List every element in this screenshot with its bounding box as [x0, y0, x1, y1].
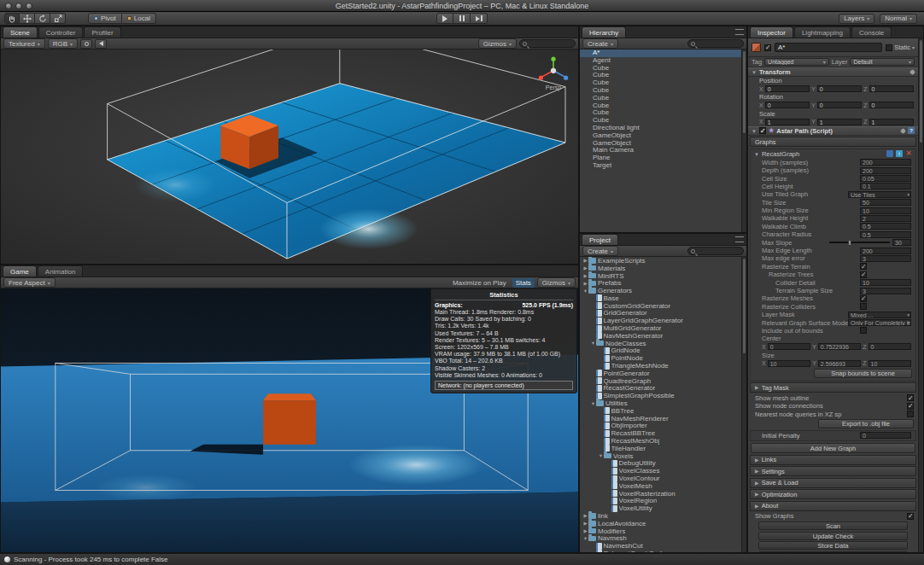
tag-mask-section[interactable]: Tag Mask — [750, 382, 916, 393]
toggle-row[interactable]: Show mesh outline — [748, 394, 918, 402]
foldout-icon[interactable] — [754, 150, 759, 158]
expander-icon[interactable] — [582, 281, 588, 286]
graph-gizmo-icon[interactable] — [886, 150, 893, 157]
project-item[interactable]: RelevantGraphSurface — [580, 550, 741, 552]
value-field[interactable]: 0.05 — [860, 175, 911, 182]
game-tab[interactable]: Animation — [38, 265, 84, 277]
value-field[interactable]: 3 — [860, 255, 911, 262]
section-header[interactable]: Save & Load — [750, 478, 916, 488]
slider-thumb[interactable] — [848, 240, 851, 246]
project-item[interactable]: NavMeshGenerator — [580, 332, 741, 340]
recast-setting-row[interactable]: Max edge error 3 — [751, 254, 915, 262]
setting-value[interactable]: 30 — [829, 239, 911, 246]
project-item[interactable]: PointGenerator — [580, 370, 741, 377]
initial-penalty-field[interactable]: 0 — [860, 432, 911, 439]
expander-icon[interactable] — [598, 453, 604, 458]
gear-icon[interactable] — [901, 129, 905, 133]
recast-setting-row[interactable]: Rasterize Trees — [751, 271, 915, 278]
recast-setting-row[interactable]: Terrain Sample Size 3 — [751, 287, 915, 294]
layers-dropdown[interactable]: Layers — [839, 14, 874, 24]
size-z-field[interactable]: 10 — [868, 360, 911, 367]
inspector-tab[interactable]: Console — [851, 26, 892, 38]
value-field[interactable]: 2 — [860, 215, 911, 222]
value-field[interactable]: 200 — [860, 248, 911, 254]
layer-dropdown[interactable]: Default — [850, 58, 915, 66]
foldout-icon[interactable] — [755, 489, 759, 499]
local-toggle[interactable]: Local — [122, 13, 156, 24]
setting-checkbox[interactable] — [860, 303, 867, 310]
project-item[interactable]: Base — [580, 294, 741, 302]
status-bar[interactable]: Scanning - Process took 245 ms to comple… — [0, 553, 924, 565]
layout-dropdown[interactable]: Normal — [880, 14, 917, 24]
center-y-field[interactable]: 0.7522936 — [818, 343, 861, 350]
toggle-row[interactable]: Show node connections — [748, 402, 918, 410]
toggle-checkbox[interactable] — [907, 411, 914, 417]
transform-header[interactable]: Transform — [748, 67, 918, 77]
project-item[interactable]: Utilities — [580, 399, 741, 407]
static-dropdown[interactable]: Static — [886, 44, 915, 51]
position-z-field[interactable]: 0 — [869, 85, 914, 92]
expander-icon[interactable] — [582, 273, 588, 278]
recast-setting-row[interactable]: Max Slope 30 — [751, 238, 915, 246]
step-button[interactable] — [471, 13, 488, 24]
zoom-window-button[interactable] — [26, 3, 32, 9]
help-icon[interactable] — [908, 127, 915, 134]
hierarchy-search-input[interactable] — [687, 39, 744, 48]
scrollbar-thumb[interactable] — [743, 51, 746, 133]
value-field[interactable]: 50 — [860, 199, 911, 206]
close-window-button[interactable] — [5, 3, 12, 9]
toggle-checkbox[interactable] — [907, 403, 914, 410]
setting-value[interactable]: 2 — [860, 215, 911, 222]
section-header[interactable]: Settings — [750, 466, 916, 476]
scene-gizmos-dropdown[interactable]: Gizmos — [478, 38, 517, 49]
project-item[interactable]: SimplestGraphPossible — [580, 392, 741, 399]
project-item[interactable]: GridGenerator — [580, 310, 741, 317]
expander-icon[interactable] — [582, 288, 588, 294]
astar-path-header[interactable]: Astar Path (Script) — [748, 126, 918, 136]
hierarchy-item[interactable]: Target — [580, 162, 741, 170]
project-item[interactable]: QuadtreeGraph — [580, 377, 741, 385]
foldout-icon[interactable] — [751, 68, 757, 76]
expander-icon[interactable] — [590, 341, 596, 346]
setting-checkbox[interactable] — [860, 327, 867, 334]
setting-value[interactable]: 0.5 — [860, 231, 911, 238]
foldout-icon[interactable] — [755, 466, 759, 476]
project-item[interactable]: ExampleScripts — [580, 257, 741, 265]
setting-value[interactable]: 3 — [860, 255, 911, 262]
audio-toggle[interactable] — [95, 39, 107, 49]
foldout-icon[interactable] — [755, 382, 759, 393]
expander-icon[interactable] — [582, 528, 588, 533]
graph-info-icon[interactable] — [896, 150, 903, 157]
shading-mode-dropdown[interactable]: Textured — [3, 38, 45, 49]
create-dropdown[interactable]: Create — [582, 38, 618, 49]
setting-value[interactable]: 200 — [860, 159, 911, 166]
recast-setting-row[interactable]: Rasterize Terrain — [751, 263, 915, 271]
panel-menu-icon[interactable] — [735, 236, 744, 242]
setting-value[interactable]: Only For Completely Insi — [848, 319, 911, 326]
scale-z-field[interactable]: 1 — [869, 119, 914, 125]
minimize-window-button[interactable] — [15, 3, 22, 9]
game-viewport[interactable]: Statistics Graphics: 525.0 FPS (1.9ms) M… — [1, 288, 578, 552]
tag-dropdown[interactable]: Untagged — [764, 58, 829, 66]
position-x-field[interactable]: 0 — [765, 85, 810, 92]
panel-menu-icon[interactable] — [735, 29, 744, 35]
toggle-checkbox[interactable] — [907, 394, 914, 401]
value-field[interactable]: Use Tiles — [848, 191, 911, 198]
center-z-field[interactable]: 0 — [868, 343, 911, 350]
recast-setting-row[interactable]: Tile Size 50 — [751, 199, 915, 207]
value-field[interactable]: 0.5 — [860, 223, 911, 230]
value-field[interactable]: 0.5 — [860, 231, 911, 238]
section-header[interactable]: Links — [750, 455, 916, 465]
project-item[interactable]: GridNode — [580, 347, 741, 355]
static-checkbox[interactable] — [886, 44, 892, 51]
project-item[interactable]: VoxelContour — [580, 475, 741, 482]
scene-search-input[interactable] — [519, 39, 576, 48]
pivot-toggle[interactable]: Pivot — [88, 13, 122, 24]
expander-icon[interactable] — [590, 401, 596, 406]
project-item[interactable]: TriangleMeshNode — [580, 362, 741, 370]
project-item[interactable]: CustomGridGenerator — [580, 302, 741, 310]
project-tab[interactable]: Project — [582, 234, 618, 245]
project-item[interactable]: Navmesh — [580, 534, 741, 542]
setting-checkbox[interactable] — [860, 263, 867, 270]
render-channel-dropdown[interactable]: RGB — [48, 38, 78, 49]
